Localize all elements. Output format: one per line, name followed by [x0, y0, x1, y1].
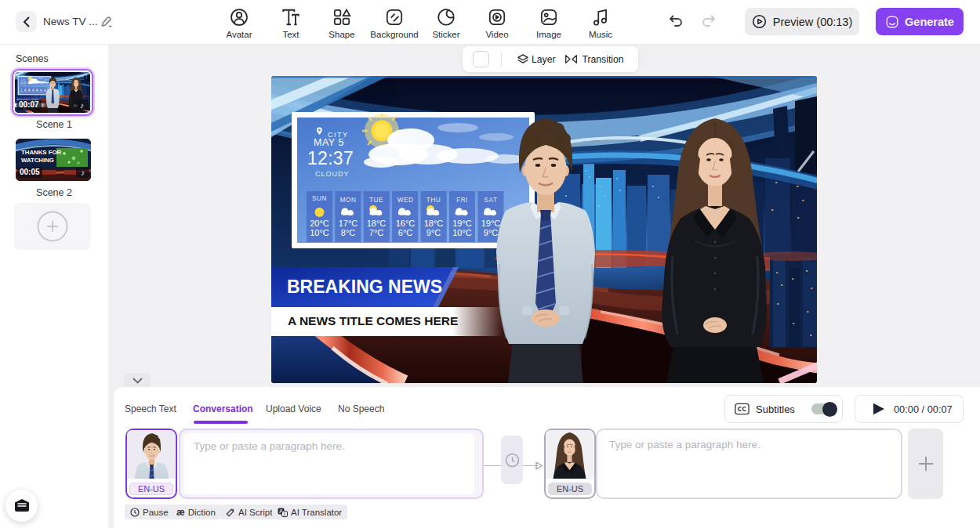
svg-text:CLOUDY: CLOUDY: [315, 170, 350, 178]
svg-text:SAT: SAT: [485, 197, 498, 204]
svg-text:THANKS FOR: THANKS FOR: [21, 149, 61, 156]
svg-text:17°C: 17°C: [339, 219, 358, 228]
svg-text:8°C: 8°C: [341, 228, 356, 237]
svg-text:18°C: 18°C: [367, 219, 387, 228]
svg-text:9°C: 9°C: [426, 228, 441, 237]
svg-text:12:37: 12:37: [307, 148, 354, 168]
svg-text:19°C: 19°C: [481, 219, 501, 228]
svg-text:TUE: TUE: [369, 197, 383, 204]
svg-text:18°C: 18°C: [424, 219, 444, 228]
svg-text:文: 文: [282, 512, 287, 516]
svg-text:10°C: 10°C: [452, 228, 472, 237]
svg-text:WED: WED: [397, 197, 414, 204]
svg-text:19°C: 19°C: [452, 219, 472, 228]
svg-text:A NEWS TITLE COMES HERE: A NEWS TITLE COMES HERE: [288, 314, 458, 327]
svg-text:MAY 5: MAY 5: [314, 137, 344, 148]
svg-text:20°C: 20°C: [310, 219, 329, 228]
svg-text:MON: MON: [340, 197, 357, 204]
svg-text:WATCHING: WATCHING: [21, 157, 54, 164]
svg-text:16°C: 16°C: [396, 219, 416, 228]
svg-text:BREAKING NEWS: BREAKING NEWS: [287, 277, 442, 297]
svg-text:SUN: SUN: [312, 195, 327, 202]
svg-text:10°C: 10°C: [310, 228, 329, 237]
svg-text:THU: THU: [426, 197, 441, 204]
svg-text:7°C: 7°C: [369, 228, 384, 237]
svg-text:FRI: FRI: [456, 197, 468, 204]
svg-text:9°C: 9°C: [484, 228, 499, 237]
svg-text:6°C: 6°C: [398, 228, 413, 237]
